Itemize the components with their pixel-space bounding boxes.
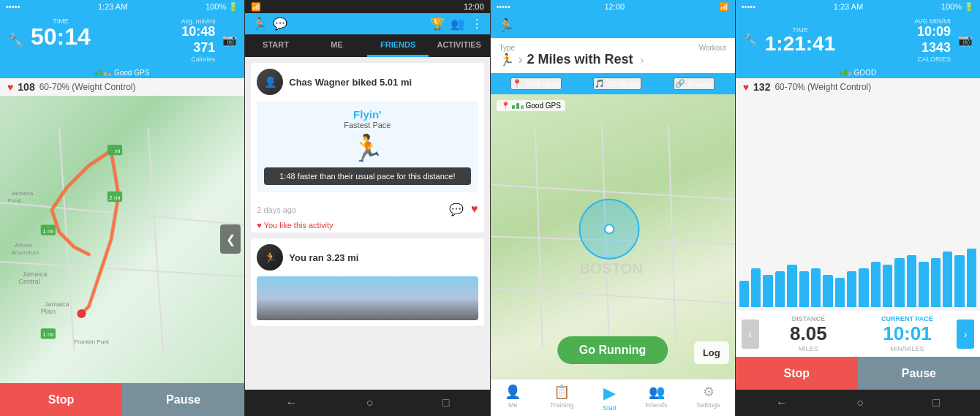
android-nav-2: ← ○ □ [245, 390, 489, 416]
status-dots-1: ••••• [6, 2, 20, 11]
chart-bar-0 [739, 281, 749, 307]
share-icon: 🔗 [675, 79, 685, 88]
friends-icon: 👥 [649, 384, 665, 400]
gps-bars-1 [95, 69, 111, 76]
chart-bar-13 [894, 258, 904, 307]
pause-button-4[interactable]: Pause [858, 357, 980, 390]
stats-container-1: TIME 50:14 Avg. min/mi 10:48 371 Calorie… [31, 18, 215, 63]
workout-info-3: Type Workout 🏃 › 2 Miles with Rest › [491, 38, 735, 73]
feed-avatar-1: 👤 [257, 69, 283, 95]
battery-icon-1: 🔋 [228, 2, 238, 12]
bottom-nav-3: 👤 Me 📋 Training ▶ Start 👥 Friends ⚙ Sett… [491, 379, 735, 416]
start-label: Start [603, 404, 617, 412]
nav-friends[interactable]: 👥 Friends [646, 384, 668, 412]
svg-text:Jamaica: Jamaica [45, 300, 70, 307]
settings-label: Settings [696, 401, 720, 409]
status-bar-4: ••••• 1:23 AM 100% 🔋 [736, 0, 980, 13]
home-btn-4[interactable]: ○ [856, 396, 864, 409]
tab-friends[interactable]: FRIENDS [367, 34, 429, 57]
status-time-1: 1:23 AM [98, 2, 127, 11]
tab-start[interactable]: START [245, 34, 306, 57]
camera-icon-4[interactable]: 📷 [958, 33, 973, 47]
map-nav-btn-1[interactable]: ❮ [220, 224, 241, 254]
status-dots-3: ••••• [497, 2, 510, 11]
stop-button-4[interactable]: Stop [736, 357, 858, 390]
music-btn[interactable]: 🎵 All Music [593, 77, 641, 90]
home-btn-2[interactable]: ○ [366, 396, 374, 409]
back-btn-2[interactable]: ← [285, 396, 297, 409]
dist-value-4: 8.05 [790, 322, 827, 345]
gps-status-3: Good GPS [526, 102, 561, 110]
status-time-4: 1:23 AM [834, 2, 863, 11]
avg-value-4: 10:09 [917, 25, 951, 39]
wifi-icon-2: 📶 [251, 2, 261, 12]
status-right-1: 100% 🔋 [206, 2, 238, 12]
time-value-1: 50:14 [31, 25, 91, 48]
liked-text-1: ♥ You like this activity [251, 221, 483, 232]
log-btn[interactable]: Log [694, 341, 729, 364]
gps-row-1: Good GPS [0, 67, 244, 78]
gps-status-1: Good GPS [114, 69, 149, 77]
nav-me[interactable]: 👤 Me [505, 384, 521, 412]
friends-label: Friends [646, 401, 668, 409]
add-route-btn[interactable]: 📍 Add route [510, 77, 562, 90]
gps-bar-4a [840, 72, 843, 76]
svg-line-0 [0, 203, 244, 224]
back-btn-4[interactable]: ← [776, 396, 788, 409]
svg-text:2 mi: 2 mi [109, 194, 120, 201]
route-icon: 📍 [512, 79, 522, 88]
friends-icon-2: 👥 [451, 17, 465, 31]
nav-settings[interactable]: ⚙ Settings [696, 384, 720, 412]
chart-bar-6 [811, 268, 821, 307]
run-icon-3: 🏃 [498, 18, 514, 34]
gps-row-4: GOOD [736, 67, 980, 78]
heart-bpm-4: 132 [753, 81, 770, 93]
award-icon-2: 🏆 [430, 17, 445, 31]
chevron-right-icon-3: › [519, 52, 523, 67]
svg-point-13 [77, 309, 86, 318]
dist-unit-4: MILES [799, 345, 818, 352]
svg-line-28 [668, 126, 676, 348]
comment-icon-1[interactable]: 💬 [449, 203, 464, 216]
workout-value-row-3[interactable]: 🏃 › 2 Miles with Rest › [500, 52, 726, 67]
next-btn-4[interactable]: › [957, 319, 974, 349]
camera-icon-1[interactable]: 📷 [222, 33, 237, 47]
gps-bar-1 [95, 72, 98, 76]
chart-bar-2 [763, 275, 772, 307]
like-icon-1[interactable]: ♥ [471, 203, 478, 216]
heart-icon-4: ♥ [743, 81, 749, 93]
battery-1: 100% [206, 2, 226, 11]
privacy-btn[interactable]: 🔗 Private [674, 77, 715, 90]
battery-4: 100% [941, 2, 962, 11]
chart-bar-7 [823, 275, 832, 307]
runner-icon-1: 🏃 [264, 133, 470, 164]
heart-icon-1: ♥ [7, 81, 13, 93]
feed-user-2: You ran 3.23 mi [289, 252, 358, 263]
workout-section-3: Type Workout 🏃 › 2 Miles with Rest › [500, 44, 726, 67]
nav-training[interactable]: 📋 Training [550, 384, 573, 412]
action-bar-3: 📍 Add route 🎵 All Music 🔗 Private [491, 73, 735, 94]
feed-item-2: 🏃 You ran 3.23 mi [251, 238, 483, 326]
cal-row-1: 371 Calories [191, 41, 215, 63]
feed-header-1: 👤 Chas Wagner biked 5.01 mi [251, 63, 483, 101]
more-icon-2: ⋮ [471, 17, 483, 31]
chart-bar-10 [859, 268, 868, 307]
tab-activities[interactable]: ACTIVITIES [429, 34, 490, 57]
stop-button-1[interactable]: Stop [0, 383, 122, 416]
gps-bars-4 [840, 69, 851, 76]
chart-bar-15 [919, 262, 928, 307]
panel-2: 📶 12:00 🏃 💬 🏆 👥 ⋮ START ME FRIENDS ACTIV… [245, 0, 490, 416]
svg-line-23 [491, 185, 735, 200]
feed-user-1: Chas Wagner biked 5.01 mi [289, 77, 412, 88]
tab-me[interactable]: ME [306, 34, 368, 57]
go-running-btn[interactable]: Go Running [557, 336, 668, 364]
pause-button-1[interactable]: Pause [122, 383, 244, 416]
recent-btn-2[interactable]: □ [442, 396, 450, 409]
gps-icon-3: 📍 [501, 102, 510, 110]
nav-start[interactable]: ▶ Start [603, 384, 617, 412]
feed-header-2: 🏃 You ran 3.23 mi [251, 238, 483, 276]
prev-btn-4[interactable]: ‹ [742, 319, 759, 349]
recent-btn-4[interactable]: □ [932, 396, 940, 409]
svg-text:Pond: Pond [7, 197, 21, 204]
heart-bpm-1: 108 [18, 81, 34, 93]
